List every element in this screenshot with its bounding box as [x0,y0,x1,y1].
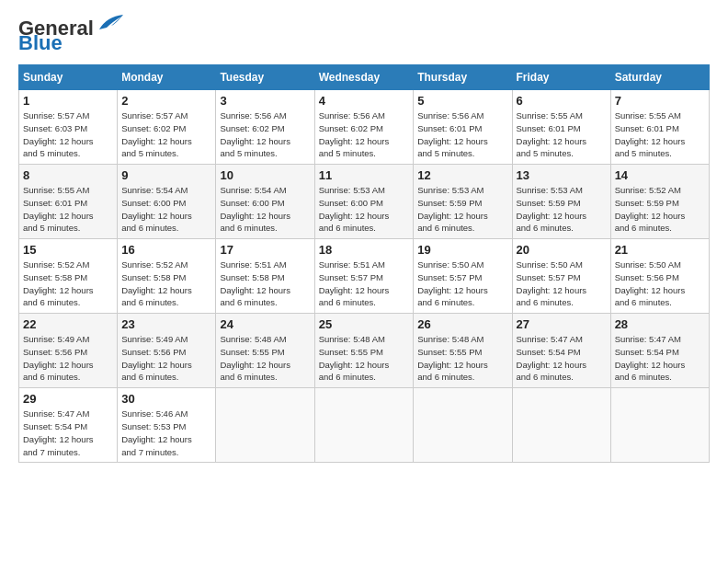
day-number: 21 [615,243,705,257]
calendar-cell [414,388,512,463]
day-info: Sunrise: 5:53 AM Sunset: 6:00 PM Dayligh… [319,184,410,235]
day-info: Sunrise: 5:47 AM Sunset: 5:54 PM Dayligh… [517,333,607,384]
calendar-cell: 6Sunrise: 5:55 AM Sunset: 6:01 PM Daylig… [512,90,610,165]
week-row-4: 22Sunrise: 5:49 AM Sunset: 5:56 PM Dayli… [19,314,710,388]
day-number: 12 [417,168,507,182]
week-row-1: 1Sunrise: 5:57 AM Sunset: 6:03 PM Daylig… [19,90,710,165]
day-info: Sunrise: 5:50 AM Sunset: 5:57 PM Dayligh… [517,259,607,309]
week-row-3: 15Sunrise: 5:52 AM Sunset: 5:58 PM Dayli… [19,239,710,314]
calendar-cell: 18Sunrise: 5:51 AM Sunset: 5:57 PM Dayli… [314,239,414,314]
day-number: 27 [517,317,607,331]
calendar-cell: 25Sunrise: 5:48 AM Sunset: 5:55 PM Dayli… [314,314,414,388]
calendar-cell: 28Sunrise: 5:47 AM Sunset: 5:54 PM Dayli… [610,314,709,388]
day-number: 29 [23,392,113,406]
day-number: 23 [121,317,211,331]
day-number: 16 [121,243,211,257]
calendar-cell: 7Sunrise: 5:55 AM Sunset: 6:01 PM Daylig… [610,90,709,165]
day-header-sunday: Sunday [19,65,118,90]
day-info: Sunrise: 5:50 AM Sunset: 5:57 PM Dayligh… [417,259,507,309]
day-number: 13 [517,168,607,182]
calendar-cell: 1Sunrise: 5:57 AM Sunset: 6:03 PM Daylig… [19,90,118,165]
calendar-cell: 16Sunrise: 5:52 AM Sunset: 5:58 PM Dayli… [118,239,216,314]
day-info: Sunrise: 5:52 AM Sunset: 5:59 PM Dayligh… [615,184,705,235]
calendar-cell: 20Sunrise: 5:50 AM Sunset: 5:57 PM Dayli… [512,239,610,314]
day-number: 5 [417,94,507,108]
calendar-cell: 15Sunrise: 5:52 AM Sunset: 5:58 PM Dayli… [19,239,118,314]
day-info: Sunrise: 5:56 AM Sunset: 6:01 PM Dayligh… [417,109,507,160]
calendar-cell: 8Sunrise: 5:55 AM Sunset: 6:01 PM Daylig… [19,165,118,239]
calendar-cell: 24Sunrise: 5:48 AM Sunset: 5:55 PM Dayli… [216,314,314,388]
day-number: 14 [615,168,705,182]
calendar-cell: 10Sunrise: 5:54 AM Sunset: 6:00 PM Dayli… [216,165,314,239]
day-info: Sunrise: 5:54 AM Sunset: 6:00 PM Dayligh… [121,184,211,235]
logo-bird-icon [97,13,125,33]
logo-blue: Blue [18,31,63,55]
day-number: 22 [23,317,113,331]
day-info: Sunrise: 5:47 AM Sunset: 5:54 PM Dayligh… [615,333,705,384]
calendar-cell: 26Sunrise: 5:48 AM Sunset: 5:55 PM Dayli… [414,314,512,388]
day-info: Sunrise: 5:53 AM Sunset: 5:59 PM Dayligh… [517,184,607,235]
day-number: 9 [121,168,211,182]
day-info: Sunrise: 5:49 AM Sunset: 5:56 PM Dayligh… [23,333,113,384]
day-info: Sunrise: 5:48 AM Sunset: 5:55 PM Dayligh… [417,333,507,384]
day-info: Sunrise: 5:48 AM Sunset: 5:55 PM Dayligh… [220,333,310,384]
day-info: Sunrise: 5:49 AM Sunset: 5:56 PM Dayligh… [121,333,211,384]
calendar-cell [216,388,314,463]
day-info: Sunrise: 5:57 AM Sunset: 6:03 PM Dayligh… [23,109,113,160]
day-header-friday: Friday [512,65,610,90]
day-number: 6 [517,94,607,108]
day-info: Sunrise: 5:52 AM Sunset: 5:58 PM Dayligh… [121,259,211,309]
day-header-monday: Monday [118,65,216,90]
day-info: Sunrise: 5:55 AM Sunset: 6:01 PM Dayligh… [615,109,705,160]
day-number: 15 [23,243,113,257]
page-header: General Blue [18,18,710,55]
calendar-cell: 27Sunrise: 5:47 AM Sunset: 5:54 PM Dayli… [512,314,610,388]
calendar-cell: 13Sunrise: 5:53 AM Sunset: 5:59 PM Dayli… [512,165,610,239]
day-info: Sunrise: 5:46 AM Sunset: 5:53 PM Dayligh… [121,408,211,458]
day-info: Sunrise: 5:50 AM Sunset: 5:56 PM Dayligh… [615,259,705,309]
calendar-cell: 22Sunrise: 5:49 AM Sunset: 5:56 PM Dayli… [19,314,118,388]
calendar-cell [512,388,610,463]
calendar-cell: 4Sunrise: 5:56 AM Sunset: 6:02 PM Daylig… [314,90,414,165]
logo: General Blue [18,18,125,55]
calendar-cell: 21Sunrise: 5:50 AM Sunset: 5:56 PM Dayli… [610,239,709,314]
calendar-table: SundayMondayTuesdayWednesdayThursdayFrid… [18,64,710,463]
day-number: 2 [121,94,211,108]
day-info: Sunrise: 5:51 AM Sunset: 5:58 PM Dayligh… [220,259,310,309]
calendar-cell: 9Sunrise: 5:54 AM Sunset: 6:00 PM Daylig… [118,165,216,239]
calendar-cell: 11Sunrise: 5:53 AM Sunset: 6:00 PM Dayli… [314,165,414,239]
calendar-cell [314,388,414,463]
day-header-wednesday: Wednesday [314,65,414,90]
calendar-cell: 30Sunrise: 5:46 AM Sunset: 5:53 PM Dayli… [118,388,216,463]
day-number: 11 [319,168,410,182]
calendar-cell: 17Sunrise: 5:51 AM Sunset: 5:58 PM Dayli… [216,239,314,314]
day-number: 19 [417,243,507,257]
calendar-cell: 14Sunrise: 5:52 AM Sunset: 5:59 PM Dayli… [610,165,709,239]
day-header-thursday: Thursday [414,65,512,90]
day-number: 26 [417,317,507,331]
day-number: 10 [220,168,310,182]
day-info: Sunrise: 5:55 AM Sunset: 6:01 PM Dayligh… [517,109,607,160]
week-row-5: 29Sunrise: 5:47 AM Sunset: 5:54 PM Dayli… [19,388,710,463]
calendar-cell: 5Sunrise: 5:56 AM Sunset: 6:01 PM Daylig… [414,90,512,165]
day-info: Sunrise: 5:53 AM Sunset: 5:59 PM Dayligh… [417,184,507,235]
day-header-saturday: Saturday [610,65,709,90]
day-info: Sunrise: 5:56 AM Sunset: 6:02 PM Dayligh… [319,109,410,160]
day-number: 4 [319,94,410,108]
day-info: Sunrise: 5:51 AM Sunset: 5:57 PM Dayligh… [319,259,410,309]
day-info: Sunrise: 5:47 AM Sunset: 5:54 PM Dayligh… [23,408,113,458]
day-info: Sunrise: 5:52 AM Sunset: 5:58 PM Dayligh… [23,259,113,309]
day-info: Sunrise: 5:54 AM Sunset: 6:00 PM Dayligh… [220,184,310,235]
day-number: 17 [220,243,310,257]
calendar-cell: 12Sunrise: 5:53 AM Sunset: 5:59 PM Dayli… [414,165,512,239]
day-number: 24 [220,317,310,331]
day-info: Sunrise: 5:56 AM Sunset: 6:02 PM Dayligh… [220,109,310,160]
day-number: 3 [220,94,310,108]
day-number: 8 [23,168,113,182]
day-info: Sunrise: 5:57 AM Sunset: 6:02 PM Dayligh… [121,109,211,160]
day-number: 28 [615,317,705,331]
day-number: 18 [319,243,410,257]
day-header-tuesday: Tuesday [216,65,314,90]
day-info: Sunrise: 5:55 AM Sunset: 6:01 PM Dayligh… [23,184,113,235]
calendar-cell: 3Sunrise: 5:56 AM Sunset: 6:02 PM Daylig… [216,90,314,165]
